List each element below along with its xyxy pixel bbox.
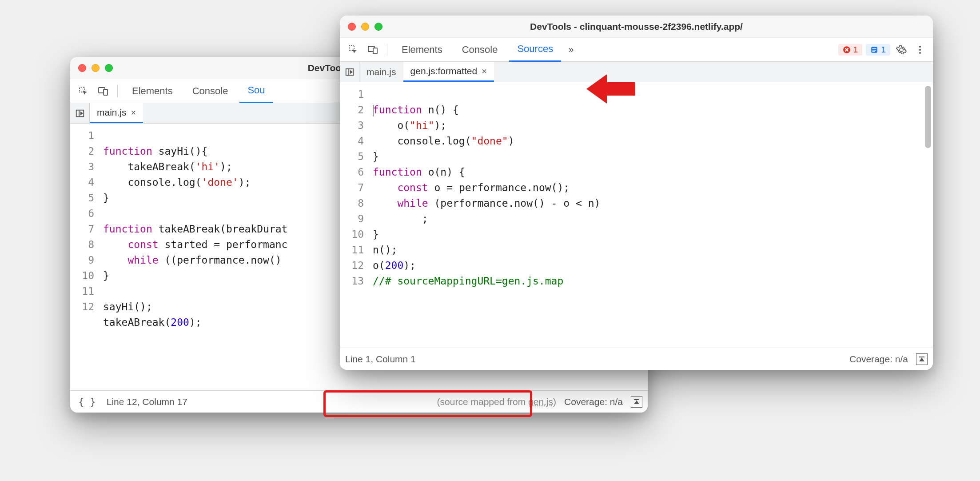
source-mapped-label: (source mapped from gen.js) (437, 397, 556, 407)
error-icon (843, 46, 851, 54)
close-window-button[interactable] (348, 23, 356, 31)
settings-gear-icon[interactable] (894, 42, 909, 57)
separator (117, 85, 118, 97)
titlebar: DevTools - clinquant-mousse-2f2396.netli… (340, 16, 933, 38)
svg-point-16 (919, 46, 921, 48)
traffic-lights (348, 23, 382, 31)
pretty-print-button[interactable]: { } (76, 396, 99, 407)
separator (387, 44, 387, 56)
svg-rect-10 (373, 48, 377, 54)
tab-elements[interactable]: Elements (394, 38, 450, 62)
status-bar: { } Line 12, Column 17 (source mapped fr… (70, 390, 648, 413)
coverage-label: Coverage: n/a (849, 354, 908, 365)
file-tab-gen-js-formatted[interactable]: gen.js:formatted × (403, 62, 494, 82)
main-toolbar: Elements Console Sources » 1 1 (340, 38, 933, 62)
svg-rect-15 (872, 51, 875, 52)
file-tab-main-js[interactable]: main.js (359, 62, 403, 82)
info-count-badge[interactable]: 1 (866, 44, 890, 56)
inspect-element-icon[interactable] (76, 83, 92, 99)
show-console-drawer-icon[interactable] (631, 396, 642, 408)
code-editor[interactable]: 12345678910111213 function n() { o("hi")… (340, 82, 933, 348)
tab-sources[interactable]: Sou (239, 79, 273, 103)
info-icon (870, 46, 878, 54)
tab-console[interactable]: Console (184, 79, 236, 103)
inspect-element-icon[interactable] (345, 42, 361, 58)
file-tab-label: main.js (367, 67, 396, 77)
zoom-window-button[interactable] (105, 64, 113, 72)
svg-marker-21 (350, 71, 352, 73)
line-number-gutter: 123456789101112 (70, 124, 100, 390)
close-window-button[interactable] (78, 64, 86, 72)
svg-marker-23 (920, 358, 924, 361)
traffic-lights (78, 64, 113, 72)
cursor-position: Line 1, Column 1 (345, 354, 416, 365)
status-bar: Line 1, Column 1 Coverage: n/a (340, 348, 933, 370)
zoom-window-button[interactable] (374, 23, 382, 31)
tab-elements[interactable]: Elements (124, 79, 181, 103)
svg-point-17 (919, 49, 921, 51)
svg-point-18 (919, 52, 921, 54)
window-title: DevTools - clinquant-mousse-2f2396.netli… (340, 21, 933, 32)
device-toggle-icon[interactable] (365, 42, 381, 58)
device-toggle-icon[interactable] (95, 83, 111, 99)
close-tab-icon[interactable]: × (131, 108, 136, 118)
code-content: function n() { o("hi"); console.log("don… (369, 82, 933, 348)
tab-sources[interactable]: Sources (509, 38, 561, 62)
svg-rect-2 (104, 89, 108, 95)
tab-overflow-icon[interactable]: » (565, 38, 577, 62)
minimize-window-button[interactable] (92, 64, 100, 72)
svg-marker-5 (80, 112, 82, 115)
more-menu-icon[interactable] (912, 42, 928, 57)
navigator-toggle-icon[interactable] (340, 62, 359, 82)
svg-rect-13 (872, 48, 876, 49)
navigator-toggle-icon[interactable] (70, 103, 90, 123)
file-tab-strip: main.js gen.js:formatted × (340, 62, 933, 82)
devtools-window-front: DevTools - clinquant-mousse-2f2396.netli… (340, 16, 933, 370)
svg-marker-7 (635, 401, 638, 404)
coverage-label: Coverage: n/a (564, 397, 623, 407)
cursor-position: Line 12, Column 17 (107, 397, 187, 407)
line-number-gutter: 12345678910111213 (340, 82, 369, 348)
minimize-window-button[interactable] (361, 23, 369, 31)
scrollbar[interactable] (925, 86, 931, 148)
show-console-drawer-icon[interactable] (916, 353, 928, 365)
error-count-badge[interactable]: 1 (838, 44, 863, 56)
close-tab-icon[interactable]: × (482, 66, 487, 76)
source-mapped-link[interactable]: gen.js (528, 397, 553, 407)
file-tab-main-js[interactable]: main.js × (90, 103, 143, 123)
file-tab-label: main.js (97, 107, 127, 118)
file-tab-label: gen.js:formatted (410, 66, 478, 76)
tab-console[interactable]: Console (454, 38, 506, 62)
svg-rect-14 (872, 50, 876, 51)
